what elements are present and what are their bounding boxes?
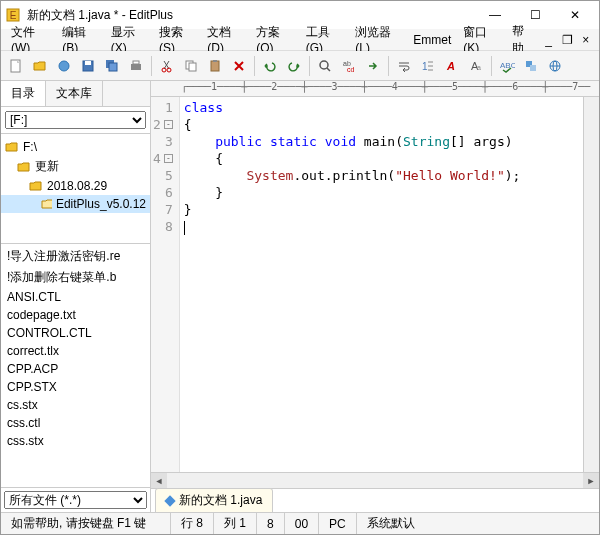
svg-rect-5	[85, 61, 91, 65]
font-button[interactable]: Aa	[465, 55, 487, 77]
linenumbers-button[interactable]: 1	[417, 55, 439, 77]
open-file-button[interactable]	[29, 55, 51, 77]
line-number: 3	[153, 133, 173, 150]
highlight-button[interactable]: A	[441, 55, 463, 77]
svg-point-3	[59, 61, 69, 71]
file-item[interactable]: cs.stx	[1, 396, 150, 414]
svg-text:ABC: ABC	[500, 61, 515, 70]
text-cursor	[184, 221, 185, 235]
mdi-close-button[interactable]: ×	[578, 33, 593, 47]
tree-label: 更新	[35, 158, 59, 175]
toolbar: abcd 1 A Aa ABC	[1, 51, 599, 81]
scroll-track[interactable]	[167, 473, 583, 488]
status-mode: PC	[319, 513, 357, 534]
line-number: 2-	[153, 116, 173, 133]
menubar: 文件(W) 编辑(B) 显示(X) 搜索(S) 文档(D) 方案(O) 工具(G…	[1, 29, 599, 51]
status-help: 如需帮助, 请按键盘 F1 键	[1, 513, 171, 534]
folder-icon	[29, 179, 43, 193]
file-item[interactable]: !导入注册激活密钥.re	[1, 246, 150, 267]
mdi-minimize-button[interactable]: _	[541, 33, 556, 47]
file-tabs: 新的文档 1.java	[151, 488, 599, 512]
file-item[interactable]: CONTROL.CTL	[1, 324, 150, 342]
folder-tree[interactable]: F:\ 更新 2018.08.29 EditPlus_v5.0.12	[1, 134, 150, 244]
wordwrap-button[interactable]	[393, 55, 415, 77]
paste-button[interactable]	[204, 55, 226, 77]
svg-text:a: a	[477, 64, 481, 71]
status-column: 列 1	[214, 513, 257, 534]
settings-button[interactable]	[520, 55, 542, 77]
line-number: 5	[153, 167, 173, 184]
save-all-button[interactable]	[101, 55, 123, 77]
code-editor[interactable]: 1 2- 3 4- 5 6 7 8 class { public static …	[151, 97, 599, 472]
modified-icon	[164, 495, 175, 506]
status-encoding: 系统默认	[357, 513, 599, 534]
file-item[interactable]: css.stx	[1, 432, 150, 450]
svg-rect-13	[189, 63, 196, 71]
file-filter-select[interactable]: 所有文件 (*.*)	[4, 491, 147, 509]
copy-button[interactable]	[180, 55, 202, 77]
redo-button[interactable]	[283, 55, 305, 77]
sidebar-tabs: 目录 文本库	[1, 81, 150, 107]
file-item[interactable]: ANSI.CTL	[1, 288, 150, 306]
svg-rect-14	[211, 61, 219, 71]
file-item[interactable]: correct.tlx	[1, 342, 150, 360]
status-char: 00	[285, 513, 319, 534]
file-tab-label: 新的文档 1.java	[179, 492, 262, 509]
find-button[interactable]	[314, 55, 336, 77]
folder-open-icon	[41, 197, 52, 211]
file-item[interactable]: !添加删除右键菜单.b	[1, 267, 150, 288]
scroll-right-button[interactable]: ►	[583, 473, 599, 489]
menu-emmet[interactable]: Emmet	[407, 31, 457, 49]
sidebar-tab-directory[interactable]: 目录	[1, 81, 46, 106]
tree-item[interactable]: 2018.08.29	[1, 177, 150, 195]
scrollbar-vertical[interactable]	[583, 97, 599, 472]
replace-button[interactable]: abcd	[338, 55, 360, 77]
browser-button[interactable]	[544, 55, 566, 77]
line-number: 1	[153, 99, 173, 116]
file-item[interactable]: css.ctl	[1, 414, 150, 432]
print-button[interactable]	[125, 55, 147, 77]
tree-label: F:\	[23, 140, 37, 154]
line-number: 4-	[153, 150, 173, 167]
tree-label: 2018.08.29	[47, 179, 107, 193]
goto-button[interactable]	[362, 55, 384, 77]
status-total: 8	[257, 513, 285, 534]
tree-item[interactable]: EditPlus_v5.0.12	[1, 195, 150, 213]
svg-point-16	[320, 61, 328, 69]
window-title: 新的文档 1.java * - EditPlus	[27, 7, 475, 24]
code-content[interactable]: class { public static void main(String[]…	[180, 97, 525, 472]
tree-item[interactable]: F:\	[1, 138, 150, 156]
open-web-button[interactable]	[53, 55, 75, 77]
save-button[interactable]	[77, 55, 99, 77]
file-tab-active[interactable]: 新的文档 1.java	[155, 488, 273, 512]
scroll-left-button[interactable]: ◄	[151, 473, 167, 489]
mdi-restore-button[interactable]: ❐	[560, 33, 575, 47]
file-item[interactable]: CPP.STX	[1, 378, 150, 396]
file-item[interactable]: CPP.ACP	[1, 360, 150, 378]
undo-button[interactable]	[259, 55, 281, 77]
fold-handle[interactable]: -	[164, 120, 173, 129]
drive-selector[interactable]: [F:]	[5, 111, 146, 129]
svg-text:1: 1	[422, 61, 428, 72]
main-body: 目录 文本库 [F:] F:\ 更新 2018.08.2	[1, 81, 599, 512]
close-button[interactable]: ✕	[555, 1, 595, 29]
fold-handle[interactable]: -	[164, 154, 173, 163]
tree-label: EditPlus_v5.0.12	[56, 197, 146, 211]
cut-button[interactable]	[156, 55, 178, 77]
svg-rect-9	[133, 61, 139, 64]
spellcheck-button[interactable]: ABC	[496, 55, 518, 77]
scrollbar-horizontal[interactable]: ◄ ►	[151, 472, 599, 488]
drive-selector-wrap: [F:]	[1, 107, 150, 134]
file-list[interactable]: !导入注册激活密钥.re !添加删除右键菜单.b ANSI.CTL codepa…	[1, 244, 150, 487]
delete-button[interactable]	[228, 55, 250, 77]
line-number: 6	[153, 184, 173, 201]
file-item[interactable]: codepage.txt	[1, 306, 150, 324]
statusbar: 如需帮助, 请按键盘 F1 键 行 8 列 1 8 00 PC 系统默认	[1, 512, 599, 534]
svg-text:E: E	[10, 10, 17, 21]
status-line: 行 8	[171, 513, 214, 534]
ruler: ┌────1────┼────2────┼────3────┼────4────…	[151, 81, 599, 97]
app-icon: E	[5, 7, 21, 23]
new-file-button[interactable]	[5, 55, 27, 77]
tree-item[interactable]: 更新	[1, 156, 150, 177]
sidebar-tab-library[interactable]: 文本库	[46, 81, 103, 106]
